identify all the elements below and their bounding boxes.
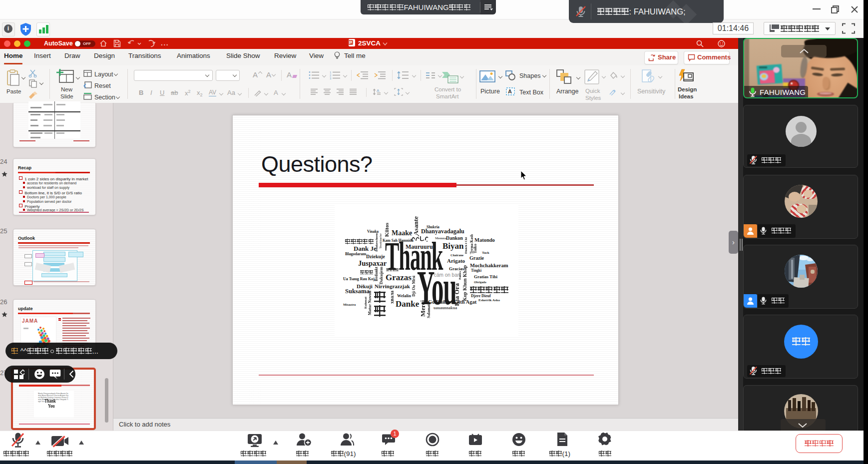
- svg-text:A: A: [377, 88, 380, 93]
- svg-text:3: 3: [330, 77, 332, 79]
- svg-text:A: A: [508, 88, 512, 94]
